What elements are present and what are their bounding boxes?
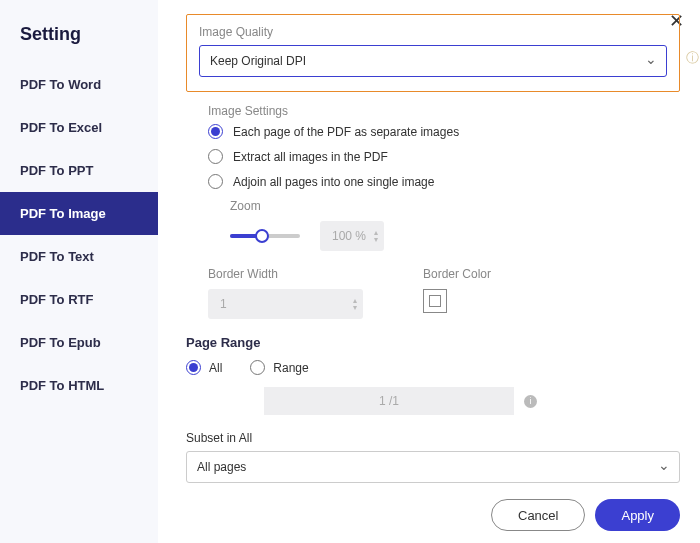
- option-label: Adjoin all pages into one single image: [233, 175, 434, 189]
- sidebar: Setting PDF To Word PDF To Excel PDF To …: [0, 0, 158, 543]
- subset-section: Subset in All All pages: [186, 431, 680, 483]
- sidebar-item-pdf-to-epub[interactable]: PDF To Epub: [0, 321, 158, 364]
- image-settings-label: Image Settings: [208, 104, 680, 118]
- border-width-stepper[interactable]: 1 ▴▾: [208, 289, 363, 319]
- image-quality-label: Image Quality: [199, 25, 667, 39]
- image-quality-select[interactable]: Keep Original DPI: [199, 45, 667, 77]
- info-icon[interactable]: i: [524, 395, 537, 408]
- color-swatch-icon: [429, 295, 441, 307]
- sidebar-item-pdf-to-rtf[interactable]: PDF To RTF: [0, 278, 158, 321]
- footer: Cancel Apply: [186, 499, 680, 531]
- subset-label: Subset in All: [186, 431, 680, 445]
- sidebar-item-pdf-to-text[interactable]: PDF To Text: [0, 235, 158, 278]
- stepper-arrows-icon[interactable]: ▴▾: [353, 297, 357, 311]
- border-width-value: 1: [220, 297, 227, 311]
- option-separate-images[interactable]: Each page of the PDF as separate images: [208, 124, 680, 139]
- zoom-value-stepper[interactable]: 100 % ▴▾: [320, 221, 384, 251]
- page-range-input[interactable]: 1 /1: [264, 387, 514, 415]
- subset-select[interactable]: All pages: [186, 451, 680, 483]
- page-range-value: 1 /1: [379, 394, 399, 408]
- option-label: Extract all images in the PDF: [233, 150, 388, 164]
- page-range-all-label: All: [209, 361, 222, 375]
- radio-page-all[interactable]: [186, 360, 201, 375]
- radio-page-range[interactable]: [250, 360, 265, 375]
- zoom-slider[interactable]: [230, 234, 300, 238]
- info-icon[interactable]: ⓘ: [686, 49, 699, 67]
- image-settings-section: Image Settings Each page of the PDF as s…: [186, 104, 680, 319]
- radio-extract[interactable]: [208, 149, 223, 164]
- sidebar-item-pdf-to-image[interactable]: PDF To Image: [0, 192, 158, 235]
- cancel-button[interactable]: Cancel: [491, 499, 585, 531]
- zoom-label: Zoom: [230, 199, 680, 213]
- border-color-picker[interactable]: [423, 289, 447, 313]
- slider-thumb[interactable]: [255, 229, 269, 243]
- apply-button[interactable]: Apply: [595, 499, 680, 531]
- page-range-section: Page Range All Range 1 /1 i: [186, 335, 680, 415]
- zoom-control: 100 % ▴▾: [230, 221, 680, 251]
- radio-adjoin[interactable]: [208, 174, 223, 189]
- sidebar-title: Setting: [0, 24, 158, 63]
- page-range-all[interactable]: All: [186, 360, 222, 375]
- option-adjoin[interactable]: Adjoin all pages into one single image: [208, 174, 680, 189]
- stepper-arrows-icon[interactable]: ▴▾: [374, 229, 378, 243]
- border-color-label: Border Color: [423, 267, 491, 281]
- sidebar-item-pdf-to-ppt[interactable]: PDF To PPT: [0, 149, 158, 192]
- page-range-range-label: Range: [273, 361, 308, 375]
- option-label: Each page of the PDF as separate images: [233, 125, 459, 139]
- page-range-range[interactable]: Range: [250, 360, 308, 375]
- sidebar-item-pdf-to-html[interactable]: PDF To HTML: [0, 364, 158, 407]
- zoom-value: 100 %: [332, 229, 366, 243]
- main-panel: ✕ Image Quality Keep Original DPI ⓘ Imag…: [158, 0, 700, 543]
- sidebar-item-pdf-to-word[interactable]: PDF To Word: [0, 63, 158, 106]
- page-range-title: Page Range: [186, 335, 680, 350]
- border-width-label: Border Width: [208, 267, 363, 281]
- image-quality-section: Image Quality Keep Original DPI ⓘ: [186, 14, 680, 92]
- option-extract-all[interactable]: Extract all images in the PDF: [208, 149, 680, 164]
- radio-separate[interactable]: [208, 124, 223, 139]
- sidebar-item-pdf-to-excel[interactable]: PDF To Excel: [0, 106, 158, 149]
